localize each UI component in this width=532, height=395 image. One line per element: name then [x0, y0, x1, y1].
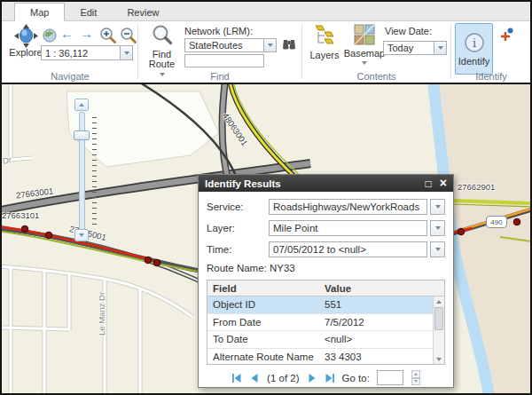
field-column-header: Field — [207, 283, 321, 294]
time-dropdown-button[interactable] — [430, 241, 445, 257]
results-pager: (1 of 2) Go to: — [207, 370, 445, 385]
goto-page-input[interactable] — [377, 370, 403, 385]
full-extent-globe-icon[interactable] — [43, 28, 57, 43]
route-name-row: Route Name: NY33 — [207, 263, 445, 273]
route-name-label: Route Name: — [207, 263, 267, 273]
zoom-out-icon[interactable] — [120, 27, 137, 44]
scrollbar-down-button[interactable] — [434, 354, 444, 364]
layers-button[interactable]: Layers — [306, 24, 343, 60]
svg-text:i: i — [472, 36, 475, 50]
page-position: (1 of 2) — [267, 373, 299, 383]
view-date-dropdown-button[interactable] — [434, 42, 446, 54]
basemap-button[interactable]: Basemap — [344, 24, 385, 65]
time-combobox[interactable]: 07/05/2012 to <null> — [269, 241, 427, 257]
table-row[interactable]: To Date <null> — [207, 331, 444, 349]
service-combobox[interactable]: RoadsHighways/NewYorkRoads — [269, 199, 427, 215]
spinner-up-button[interactable] — [411, 370, 420, 378]
view-date-combobox[interactable]: Today — [383, 41, 447, 55]
zoom-slider-track[interactable] — [79, 112, 85, 230]
find-route-secondary-input[interactable] — [184, 54, 264, 67]
close-icon[interactable]: × — [440, 178, 447, 189]
dialog-body: Service: RoadsHighways/NewYorkRoads Laye… — [199, 192, 453, 390]
chevron-down-icon — [435, 226, 441, 230]
table-row[interactable]: Alternate Route Name 33 4303 — [207, 349, 444, 366]
chevron-down-icon — [268, 43, 273, 47]
map-viewport: 27663001 27663101 27935001 27662901 4806… — [2, 83, 530, 393]
layer-combobox[interactable]: Mile Point — [269, 220, 427, 236]
identify-route-locations-icon[interactable] — [498, 28, 513, 43]
zoom-slider-up-button[interactable] — [74, 99, 89, 111]
route-shield-490: 490 — [486, 216, 507, 228]
identify-group-label: Identify — [452, 71, 530, 82]
table-row[interactable]: Object ID 551 — [207, 296, 444, 314]
map-scale-value: 1 : 36,112 — [42, 47, 120, 59]
street-label-dr: Dr — [2, 154, 12, 166]
table-cell-value: 33 4303 — [321, 352, 433, 362]
chevron-down-icon — [438, 46, 443, 50]
table-scrollbar[interactable] — [433, 296, 444, 364]
tab-edit[interactable]: Edit — [65, 4, 112, 20]
spinner-down-button[interactable] — [411, 378, 420, 386]
forward-extent-arrow-icon[interactable]: → — [80, 26, 93, 41]
back-extent-arrow-icon[interactable]: ← — [60, 26, 74, 41]
table-cell-field: Object ID — [207, 299, 321, 310]
layer-label: Layer: — [207, 223, 269, 233]
find-route-button[interactable]: Find Route — [142, 24, 182, 76]
zoom-in-icon[interactable] — [99, 27, 117, 44]
zoom-slider-down-button[interactable] — [74, 229, 89, 241]
map-scale-combobox[interactable]: 1 : 36,112 — [41, 45, 133, 60]
value-column-header: Value — [321, 283, 433, 294]
identify-icon: i — [464, 32, 485, 53]
dialog-title: Identify Results — [205, 178, 281, 189]
network-lrm-dropdown-button[interactable] — [263, 39, 276, 51]
goto-spinner[interactable] — [411, 370, 420, 385]
previous-page-button[interactable] — [249, 373, 260, 383]
view-date-label: View Date: — [385, 26, 432, 36]
navigate-group-label: Navigate — [4, 71, 137, 82]
group-divider — [301, 24, 302, 79]
tab-map[interactable]: Map — [14, 3, 65, 21]
first-page-button[interactable] — [231, 373, 242, 383]
layers-label: Layers — [309, 51, 339, 60]
dialog-title-bar[interactable]: Identify Results □ × — [199, 175, 453, 192]
last-page-button[interactable] — [325, 373, 335, 383]
layers-icon — [314, 24, 335, 47]
table-cell-value: 7/5/2012 — [321, 317, 433, 328]
binoculars-icon[interactable] — [282, 38, 296, 51]
find-route-magnifier-icon — [152, 24, 173, 45]
tab-review[interactable]: Review — [112, 4, 174, 20]
service-label: Service: — [207, 201, 269, 212]
app-window: Map Edit Review Explore ← → — [0, 0, 532, 395]
find-route-label-2: Route — [149, 59, 175, 69]
map-scale-dropdown-button[interactable] — [120, 46, 132, 59]
group-divider — [137, 24, 138, 79]
attributes-table: Field Value Object ID 551 From Date 7/5/… — [207, 280, 445, 365]
maximize-icon[interactable]: □ — [426, 178, 432, 189]
route-name-value: NY33 — [270, 263, 295, 273]
ribbon-toolbar: Explore ← → 1 : 36,112 Navigate — [2, 21, 530, 83]
next-page-button[interactable] — [307, 373, 317, 383]
identify-results-dialog: Identify Results □ × Service: RoadsHighw… — [198, 174, 454, 388]
zoom-slider-thumb[interactable] — [74, 130, 90, 140]
table-row[interactable]: From Date 7/5/2012 — [207, 314, 444, 332]
find-group-label: Find — [140, 71, 300, 82]
table-cell-field: Alternate Route Name — [207, 352, 321, 362]
explore-icon — [14, 24, 38, 48]
chevron-down-icon — [435, 205, 441, 209]
zoom-slider-ticks — [92, 117, 97, 225]
chevron-up-icon — [79, 103, 84, 107]
chevron-down-icon — [414, 380, 418, 383]
identify-button[interactable]: i Identify — [455, 23, 493, 75]
chevron-down-icon — [436, 358, 442, 361]
explore-label: Explore — [9, 48, 42, 58]
ribbon-tab-bar: Map Edit Review — [2, 2, 530, 21]
scrollbar-thumb[interactable] — [434, 307, 443, 330]
layer-dropdown-button[interactable] — [430, 220, 445, 236]
chevron-down-icon — [362, 61, 367, 65]
route-label: 27662901 — [458, 182, 495, 192]
service-dropdown-button[interactable] — [430, 199, 445, 215]
network-lrm-combobox[interactable]: StateRoutes — [184, 38, 277, 52]
network-lrm-value: StateRoutes — [185, 39, 263, 51]
scrollbar-up-button[interactable] — [434, 296, 444, 306]
identify-label: Identify — [458, 57, 489, 67]
